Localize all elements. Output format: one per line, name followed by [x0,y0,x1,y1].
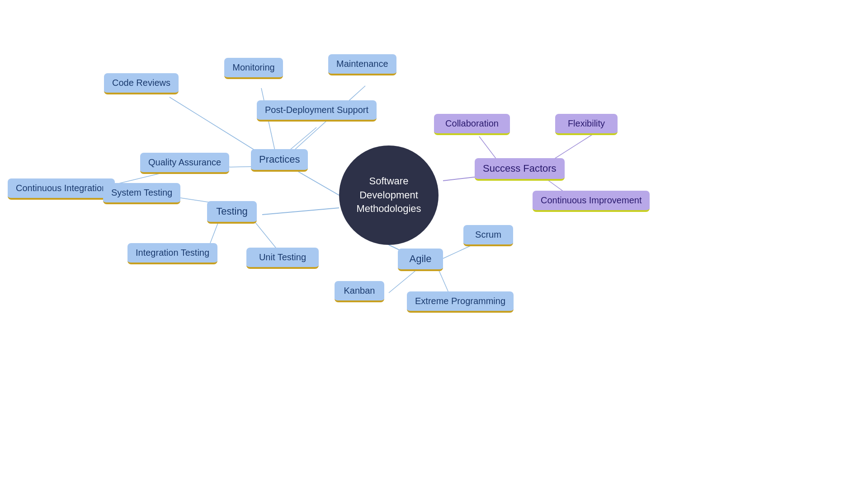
center-node: Software Development Methodologies [339,145,439,245]
node-flexibility[interactable]: Flexibility [555,114,618,135]
node-quality-assurance[interactable]: Quality Assurance [140,153,229,174]
node-post-deployment[interactable]: Post-Deployment Support [257,100,377,122]
node-maintenance[interactable]: Maintenance [328,54,396,75]
node-monitoring[interactable]: Monitoring [224,58,283,79]
node-collaboration[interactable]: Collaboration [434,114,510,135]
node-code-reviews[interactable]: Code Reviews [104,73,179,94]
node-continuous-integration[interactable]: Continuous Integration [8,178,115,200]
node-system-testing[interactable]: System Testing [103,183,180,204]
node-practices[interactable]: Practices [251,149,308,172]
node-testing[interactable]: Testing [207,201,257,224]
node-kanban[interactable]: Kanban [335,281,384,302]
node-agile[interactable]: Agile [398,249,443,271]
node-success-factors[interactable]: Success Factors [475,158,565,181]
node-continuous-improvement[interactable]: Continuous Improvement [533,191,650,212]
svg-line-1 [262,208,339,215]
center-label: Software Development Methodologies [339,174,439,216]
svg-line-0 [298,172,339,195]
node-integration-testing[interactable]: Integration Testing [127,243,217,264]
node-unit-testing[interactable]: Unit Testing [246,248,319,269]
node-extreme-programming[interactable]: Extreme Programming [407,291,514,313]
node-scrum[interactable]: Scrum [463,225,513,246]
